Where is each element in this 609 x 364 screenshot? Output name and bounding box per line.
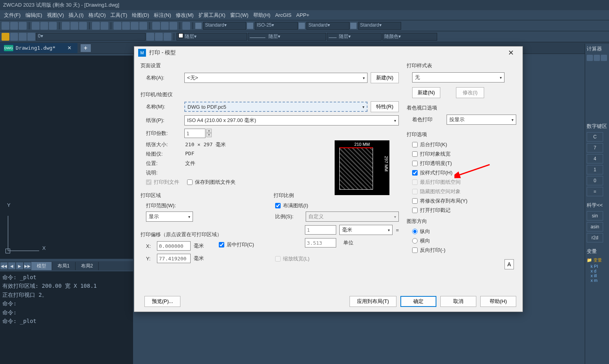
help-button[interactable]: 帮助(H) (480, 296, 516, 307)
landscape-radio[interactable]: 横向 (412, 237, 516, 244)
last-layout-icon[interactable]: ▶▶ (24, 262, 31, 269)
redo-icon[interactable] (101, 22, 108, 30)
menu-window[interactable]: 窗口(W) (228, 11, 251, 20)
printer-properties-button[interactable]: 特性(R) (371, 101, 399, 112)
shade-combo[interactable]: 按显示▾ (447, 115, 516, 125)
publish-icon[interactable] (49, 22, 57, 30)
var-item[interactable]: x d (591, 269, 607, 273)
bg-plot-checkbox[interactable]: 后台打印(K) (412, 141, 516, 148)
spinner-down-icon[interactable]: ▼ (206, 133, 212, 137)
copy-icon[interactable] (70, 22, 78, 30)
layer-tool2-icon[interactable] (155, 33, 163, 41)
apply-to-layout-button[interactable]: 应用到布局(T) (350, 296, 396, 307)
new-tab-button[interactable]: + (81, 44, 91, 52)
plot-style-combo[interactable]: 无▾ (412, 72, 504, 82)
menu-arcgis[interactable]: ArcGIS (273, 11, 294, 19)
menu-file[interactable]: 文件(F) (2, 11, 23, 20)
key-c[interactable]: C (587, 132, 603, 142)
properties-icon[interactable] (152, 22, 160, 30)
close-icon[interactable]: ✕ (503, 48, 519, 57)
spinner-up-icon[interactable]: ▲ (206, 129, 212, 133)
open-icon[interactable] (10, 22, 18, 30)
layer-combo[interactable]: 0▾ (36, 33, 146, 41)
new-icon[interactable] (2, 22, 9, 30)
menu-dim[interactable]: 标注(N) (151, 11, 173, 20)
plot-stamp-checkbox[interactable]: 打开打印戳记 (412, 207, 516, 214)
plot-range-combo[interactable]: 显示▾ (146, 212, 193, 222)
layer-tool3-icon[interactable] (164, 33, 171, 41)
zoom-window-icon[interactable] (131, 22, 139, 30)
var-item[interactable]: x ill (591, 273, 607, 278)
menu-tools[interactable]: 工具(T) (108, 11, 130, 20)
textstyle-combo[interactable]: Standard▾ (195, 22, 246, 30)
key-asin[interactable]: asin (587, 222, 603, 231)
menu-insert[interactable]: 插入(I) (66, 11, 86, 20)
center-plot-checkbox[interactable]: 居中打印(C) (219, 241, 254, 248)
mlstyle-combo[interactable]: Standard▾ (350, 22, 401, 30)
menu-app[interactable]: APP+ (294, 11, 312, 19)
fit-to-paper-checkbox[interactable]: 布满图纸(I) (275, 202, 399, 209)
key-0[interactable]: 0 (587, 176, 603, 185)
plot-bystyle-checkbox[interactable]: 按样式打印(H) (412, 169, 516, 176)
model-tab[interactable]: 模型 (31, 262, 52, 270)
prev-layout-icon[interactable]: ◀ (8, 262, 15, 269)
menu-format[interactable]: 格式(O) (86, 11, 108, 20)
var-folder[interactable]: 📁 变量 (587, 257, 607, 263)
calc-icon[interactable] (182, 22, 190, 30)
key-r2d[interactable]: r2d (587, 233, 603, 242)
layout2-tab[interactable]: 布局2 (76, 262, 99, 270)
reverse-plot-checkbox[interactable]: 反向打印(-) (412, 247, 516, 254)
save-icon[interactable] (19, 22, 27, 30)
document-tab[interactable]: DWG Drawing1.dwg* ✕ (0, 43, 77, 53)
layer-tool1-icon[interactable] (146, 33, 154, 41)
layer-icon[interactable] (2, 33, 9, 41)
menu-draw[interactable]: 绘图(D) (130, 11, 151, 20)
close-tab-icon[interactable]: ✕ (66, 45, 74, 51)
key-7[interactable]: 7 (587, 143, 603, 152)
var-item[interactable]: x m (591, 278, 607, 283)
menu-help[interactable]: 帮助(H) (251, 11, 273, 20)
first-layout-icon[interactable]: ◀◀ (0, 262, 7, 269)
paper-combo[interactable]: ISO A4 (210.00 x 297.00 毫米)▾ (184, 115, 399, 126)
calc-tool-icon[interactable] (601, 55, 607, 61)
page-name-combo[interactable]: <无>▾ (184, 73, 368, 83)
menu-edit[interactable]: 编辑(E) (23, 11, 45, 20)
preview-icon[interactable] (40, 22, 48, 30)
lineweight-combo[interactable]: 随层▾ (327, 33, 382, 41)
save-layout-checkbox[interactable]: 将修改保存到布局(Y) (412, 197, 516, 204)
layout1-tab[interactable]: 布局1 (52, 262, 76, 270)
menu-modify[interactable]: 修改(M) (173, 11, 196, 20)
calc-tool-icon[interactable] (594, 55, 600, 61)
color-combo[interactable]: 随层▾ (177, 33, 247, 41)
next-layout-icon[interactable]: ▶ (16, 262, 23, 269)
new-page-setup-button[interactable]: 新建(N) (371, 72, 399, 83)
layer-freeze-icon[interactable] (19, 33, 27, 41)
printer-name-combo[interactable]: DWG to PDF.pc5▾ (184, 102, 368, 112)
key-eq[interactable]: = (587, 187, 603, 196)
tablestyle-combo[interactable]: Standard▾ (299, 22, 350, 30)
calc-tool-icon[interactable] (587, 55, 593, 61)
cancel-button[interactable]: 取消 (440, 296, 476, 307)
copies-spinner[interactable]: ▲▼ (184, 129, 212, 138)
plotstyle-combo[interactable]: 随颜色▾ (382, 33, 437, 41)
zoom-icon[interactable] (122, 22, 130, 30)
pan-icon[interactable] (114, 22, 121, 30)
toolpalette-icon[interactable] (169, 22, 177, 30)
menu-extend[interactable]: 扩展工具(X) (196, 11, 228, 20)
plot-lw-checkbox[interactable]: 打印对象线宽 (412, 151, 516, 158)
save-to-sheet-checkbox[interactable]: 保存到图纸文件夹 (187, 179, 236, 186)
zoom-prev-icon[interactable] (139, 22, 147, 30)
menu-view[interactable]: 视图(V) (45, 11, 66, 20)
new-style-button[interactable]: 新建(N) (412, 87, 440, 98)
command-line[interactable]: 命令: _plot 有效打印区域: 200.00 宽 X 108.1 正在打印视… (0, 271, 133, 364)
paste-icon[interactable] (79, 22, 87, 30)
layer-lock-icon[interactable] (27, 33, 35, 41)
layer-states-icon[interactable] (10, 33, 18, 41)
key-4[interactable]: 4 (587, 154, 603, 163)
dimstyle-combo[interactable]: ISO-25▾ (247, 22, 298, 30)
undo-icon[interactable] (92, 22, 100, 30)
drawing-canvas[interactable]: Y X (0, 56, 133, 259)
key-1[interactable]: 1 (587, 165, 603, 174)
preview-button[interactable]: 预览(P)... (144, 296, 180, 307)
plot-trans-checkbox[interactable]: 打印透明度(T) (412, 160, 516, 167)
